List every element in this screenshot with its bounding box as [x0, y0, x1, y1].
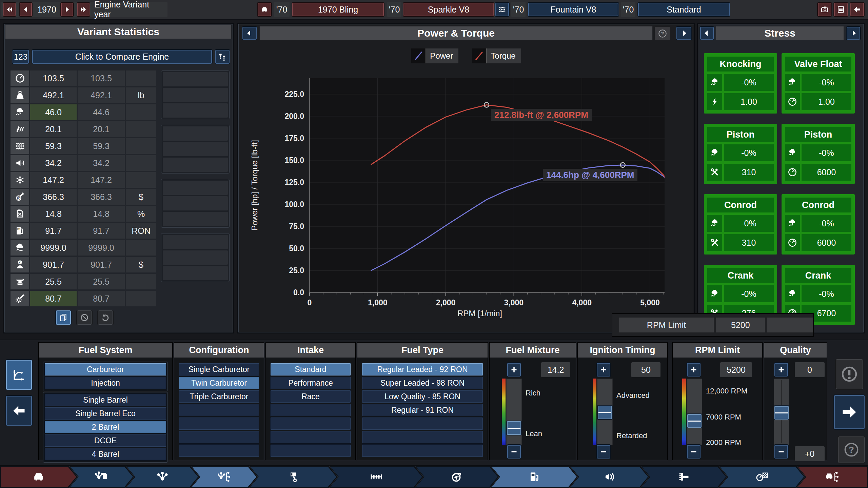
stat-icon-cell: [11, 206, 29, 222]
stat-icon-cell: [11, 172, 29, 188]
toolbar-tab[interactable]: [719, 466, 805, 488]
option[interactable]: [270, 431, 351, 444]
toolbar-tab[interactable]: [69, 466, 134, 488]
stress-next-button[interactable]: [846, 26, 861, 40]
chart-help-button[interactable]: ?: [655, 27, 670, 40]
year-first-button[interactable]: [3, 2, 16, 17]
option[interactable]: [362, 417, 483, 430]
legend-item-torque[interactable]: Torque: [472, 48, 521, 63]
option[interactable]: Standard: [270, 363, 351, 376]
tab-car-trim[interactable]: 1970 Bling: [292, 2, 384, 17]
toolbar-tab[interactable]: [329, 466, 423, 488]
compare-pistons-button[interactable]: [215, 49, 230, 64]
legend-item-power[interactable]: Power: [411, 48, 458, 63]
chart-next-button[interactable]: [676, 26, 692, 40]
rpm-limit-slider[interactable]: [687, 379, 702, 445]
option[interactable]: Injection: [44, 377, 166, 389]
compare-slot: [163, 181, 228, 195]
compare-id-button[interactable]: 123: [12, 49, 29, 64]
engine-family-icon-button[interactable]: [495, 2, 510, 17]
option[interactable]: Race: [270, 390, 351, 403]
toolbar-tab[interactable]: [641, 466, 727, 488]
car-family-icon-button[interactable]: [257, 2, 272, 17]
rpm-limit-slider-handle[interactable]: [687, 413, 702, 428]
option[interactable]: Single Carburetor: [179, 363, 259, 376]
toolbar-tab[interactable]: [126, 466, 199, 488]
stress-prev-button[interactable]: [699, 26, 714, 40]
help-button[interactable]: ?: [837, 436, 865, 464]
tab-car-variant[interactable]: Sparkle V8: [403, 2, 494, 17]
rpm-limit-increase-button[interactable]: [686, 362, 701, 377]
fuel-mixture-slider-handle[interactable]: [506, 421, 522, 435]
warnings-button[interactable]: [835, 359, 864, 390]
tab-engine-family[interactable]: Fountain V8: [528, 2, 619, 17]
chart-prev-button[interactable]: [242, 26, 257, 40]
option[interactable]: [270, 444, 351, 457]
option[interactable]: [179, 444, 259, 457]
stat-icon-cell: $: [11, 189, 29, 205]
copy-variant-button[interactable]: [55, 310, 72, 325]
svg-text:4,000: 4,000: [572, 298, 592, 307]
era-label: '70: [621, 2, 635, 17]
option[interactable]: Regular Leaded - 92 RON: [362, 363, 483, 376]
option[interactable]: Super Leaded - 98 RON: [362, 377, 483, 389]
option[interactable]: Low Quality - 85 RON: [362, 390, 483, 403]
option[interactable]: Carburetor: [44, 363, 166, 376]
rpm-limit-decrease-button[interactable]: [686, 444, 701, 459]
quality-increase-button[interactable]: [774, 362, 789, 377]
stat-value-current: 34.2: [30, 155, 77, 171]
stat-value-current: 80.7: [30, 291, 77, 306]
next-section-button[interactable]: [833, 394, 865, 430]
discard-button[interactable]: [76, 310, 93, 325]
option[interactable]: [179, 431, 259, 444]
option[interactable]: Performance: [270, 377, 351, 389]
fuel-mixture-decrease-button[interactable]: [507, 444, 521, 459]
toolbar-tab[interactable]: [191, 466, 257, 488]
tab-engine-variant[interactable]: Standard: [637, 2, 730, 17]
toolbar-tab[interactable]: [415, 466, 499, 488]
stat-value-compare: 14.8: [78, 206, 125, 222]
tooling-icon: [15, 276, 25, 287]
back-button[interactable]: [850, 2, 865, 17]
option[interactable]: [270, 404, 351, 416]
toolbar-tab[interactable]: [0, 466, 77, 488]
option[interactable]: Triple Carburetor: [179, 390, 259, 403]
option[interactable]: [362, 444, 483, 457]
toolbar-tab[interactable]: [570, 466, 649, 488]
option[interactable]: 4 Barrel: [44, 448, 166, 461]
fuel-mixture-increase-button[interactable]: [507, 362, 521, 377]
graph-view-button[interactable]: [5, 359, 33, 390]
toolbar-tab[interactable]: [249, 466, 337, 488]
option[interactable]: Single Barrel Eco: [44, 407, 166, 420]
stat-icon-cell: [11, 274, 29, 289]
option[interactable]: [362, 431, 483, 444]
toolbar-tab[interactable]: [797, 466, 868, 488]
year-next-button[interactable]: [60, 2, 74, 17]
stress-card-title: Crank: [785, 268, 851, 283]
details-list-button[interactable]: [833, 2, 848, 17]
torque-peak-annotation: 212.8lb-ft @ 2,600RPM: [491, 109, 592, 121]
engine-variant-icon: [218, 470, 231, 483]
option[interactable]: Twin Carburetor: [179, 377, 259, 389]
option[interactable]: Single Barrel: [44, 393, 166, 406]
year-last-button[interactable]: [77, 2, 90, 17]
ignition-slider-handle[interactable]: [597, 405, 613, 420]
screenshot-button[interactable]: [817, 2, 832, 17]
option[interactable]: [179, 417, 259, 430]
ignition-decrease-button[interactable]: [596, 444, 611, 459]
quality-decrease-button[interactable]: [774, 444, 789, 459]
option[interactable]: DCOE: [44, 434, 166, 447]
undo-button[interactable]: [97, 310, 114, 325]
compare-engine-button[interactable]: Click to Compare Engine: [32, 49, 213, 64]
option[interactable]: [270, 417, 351, 430]
option[interactable]: 2 Barrel: [44, 421, 166, 433]
toolbar-tab[interactable]: [491, 466, 578, 488]
prev-section-button[interactable]: [5, 395, 33, 426]
quality-slider-handle[interactable]: [774, 405, 789, 420]
year-prev-button[interactable]: [19, 2, 33, 17]
option[interactable]: Regular - 91 RON: [362, 404, 483, 416]
option[interactable]: [179, 404, 259, 416]
stat-value-compare: 80.7: [78, 291, 125, 306]
year-nav-label: Engine Variant year: [94, 2, 165, 17]
ignition-increase-button[interactable]: [596, 362, 611, 377]
